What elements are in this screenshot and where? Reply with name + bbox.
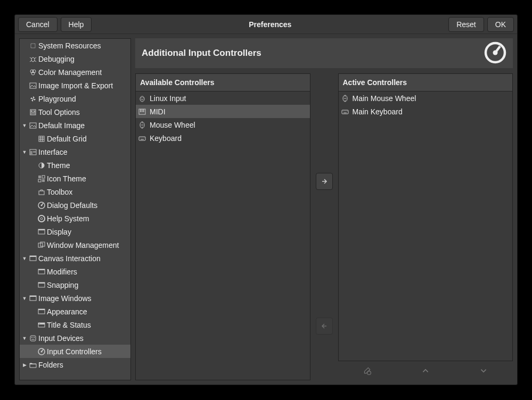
sidebar-item-label: Theme [47,161,70,170]
sidebar-item[interactable]: Playground [20,92,130,105]
sidebar-item[interactable]: Dialog Defaults [20,198,130,212]
active-list-body[interactable]: Main Mouse WheelMain Keyboard [339,91,513,361]
active-toolbar [338,361,513,380]
sidebar-item[interactable]: Default Grid [20,132,130,145]
sidebar-item-label: Window Management [47,241,119,249]
windows-icon [37,241,46,249]
sidebar-item-label: Display [47,228,71,236]
sidebar-item-label: System Resources [38,41,101,50]
list-item-label: Linux Input [150,94,186,103]
sidebar-item-label: Image Windows [38,294,92,303]
list-item[interactable]: Main Keyboard [339,105,513,118]
chevron-down-icon[interactable]: ▼ [21,148,28,156]
sidebar-item-label: Toolbox [47,188,72,196]
transfer-buttons [315,73,334,380]
bug-icon [29,55,37,63]
sidebar-item-label: Input Controllers [47,347,102,356]
sidebar-item-label: Icon Theme [47,174,86,183]
grid-icon [37,135,46,143]
move-up-button[interactable] [418,363,433,378]
reset-button[interactable]: Reset [448,17,484,32]
dialog-body: System ResourcesDebuggingColor Managemen… [15,34,517,385]
move-down-button[interactable] [476,363,491,378]
sidebar-item[interactable]: Image Import & Export [20,79,130,92]
list-item[interactable]: Main Mouse Wheel [339,91,513,105]
sidebar-item[interactable]: ▼Canvas Interaction [20,252,130,265]
sidebar-item[interactable]: Color Management [20,65,130,79]
sidebar-item-label: Image Import & Export [38,81,113,90]
gauge-icon [37,201,46,210]
sidebar-item[interactable]: Display [20,225,130,238]
sidebar-item[interactable]: ▼Default Image [20,119,130,132]
list-item[interactable]: Mouse Wheel [136,118,310,131]
chevron-down-icon[interactable]: ▼ [21,255,28,262]
sidebar-item[interactable]: ▶Folders [20,358,130,371]
pinwheel-icon [29,95,37,103]
sidebar-item[interactable]: ▼Input Devices [20,331,130,345]
sidebar-item-label: Tool Options [38,108,80,116]
sidebar-item[interactable]: Appearance [20,305,130,318]
sidebar-item[interactable]: Snapping [20,278,130,291]
sidebar-item-label: Dialog Defaults [47,201,97,210]
list-item-label: MIDI [150,107,166,116]
gauge-icon [37,347,46,356]
sidebar-item[interactable]: Theme [20,159,130,172]
titlebar: Cancel Help Preferences Reset OK [15,15,517,34]
sidebar-item-label: Modifiers [47,268,77,276]
chevron-down-icon[interactable]: ▼ [21,335,28,342]
sidebar-item-label: Input Devices [38,334,84,343]
sidebar-item[interactable]: Modifiers [20,265,130,278]
add-to-active-button[interactable] [316,173,333,190]
sidebar-tree[interactable]: System ResourcesDebuggingColor Managemen… [19,38,131,380]
gauge-icon [484,41,506,65]
folder-icon [29,361,37,369]
edit-controller-button[interactable] [359,363,374,378]
chevron-down-icon[interactable]: ▼ [21,122,28,129]
chevron-right-icon[interactable]: ▶ [21,361,28,369]
sidebar-item[interactable]: Input Controllers [20,345,130,358]
keyboard-icon [341,107,349,116]
sidebar-item-label: Debugging [38,55,75,63]
icontheme-icon [37,174,46,183]
available-list: Available Controllers Linux InputMIDIMou… [135,73,310,380]
sidebar-item[interactable]: ▼Interface [20,145,130,159]
sidebar-item-label: Default Grid [47,135,87,143]
sidebar-item[interactable]: ▼Image Windows [20,291,130,305]
remove-from-active-button[interactable] [316,318,333,335]
sidebar-item[interactable]: Toolbox [20,185,130,198]
sidebar-item-label: Help System [47,214,89,223]
active-column: Active Controllers Main Mouse WheelMain … [338,73,513,380]
list-item[interactable]: MIDI [136,105,310,118]
sidebar-item-label: Canvas Interaction [38,254,101,263]
available-list-body[interactable]: Linux InputMIDIMouse WheelKeyboard [136,91,310,380]
help-icon [37,214,46,223]
chevron-down-icon[interactable]: ▼ [21,295,28,302]
sidebar-item[interactable]: Window Management [20,238,130,252]
interface-icon [29,148,37,156]
sidebar-item-label: Interface [38,148,67,156]
display-icon [29,254,37,263]
display-icon [37,307,46,316]
panel-header: Additional Input Controllers [135,38,513,68]
sidebar-item[interactable]: Tool Options [20,105,130,119]
sidebar-item[interactable]: System Resources [20,39,130,52]
inputdev-icon [29,334,37,343]
list-item[interactable]: Linux Input [136,91,310,105]
cancel-button[interactable]: Cancel [18,17,58,32]
list-item-label: Main Keyboard [353,107,403,116]
sidebar-item[interactable]: Debugging [20,52,130,65]
list-item[interactable]: Keyboard [136,131,310,145]
image-icon [29,121,37,130]
sidebar-item-label: Appearance [47,307,87,316]
theme-icon [37,161,46,170]
sidebar-item[interactable]: Help System [20,212,130,225]
display-icon [37,268,46,276]
sidebar-item[interactable]: Title & Status [20,318,130,331]
tooloptions-icon [29,108,37,116]
sidebar-item[interactable]: Icon Theme [20,172,130,185]
preferences-dialog: Cancel Help Preferences Reset OK System … [14,14,518,385]
ok-button[interactable]: OK [487,17,514,32]
panel-title: Additional Input Controllers [142,48,479,59]
circles-icon [29,68,37,77]
help-button[interactable]: Help [61,17,92,32]
